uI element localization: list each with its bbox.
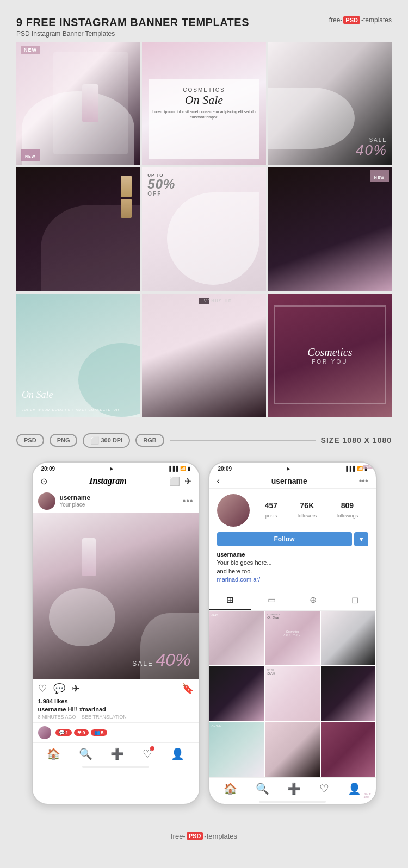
phone2-bio-line3: and here too. xyxy=(217,567,368,576)
banner-7-lorem: LOREM IPSUM DOLOR SIT AMET CONSECTETUR xyxy=(22,408,119,411)
comment-icon[interactable]: 💬 xyxy=(53,683,65,695)
phone1-nav: ⊙ Instagram ⬜ ✈ xyxy=(33,474,199,489)
phone1-nav-icons: ⬜ ✈ xyxy=(169,476,191,486)
phone2-nav-home[interactable]: 🏠 xyxy=(224,782,237,795)
format-size: SIZE 1080 X 1080 xyxy=(321,436,392,445)
follow-dropdown-button[interactable]: ▾ xyxy=(354,532,368,546)
tab-grid[interactable]: ⊞ xyxy=(209,590,251,610)
banner-3-sale-pct: 40% xyxy=(356,143,387,157)
phone1-post-image: SALE 40% xyxy=(33,513,199,679)
footer-suffix: -templates xyxy=(204,832,237,840)
banner-7: On Sale LOREM IPSUM DOLOR SIT AMET CONSE… xyxy=(16,294,140,417)
phone1-home-indicator xyxy=(82,766,149,768)
grid-1-text: NEW xyxy=(209,611,264,619)
banner-1: NEW NEW xyxy=(16,42,140,165)
format-psd: PSD xyxy=(16,434,44,447)
phone1-sale-label: SALE xyxy=(132,660,153,667)
banner-1-new-bottom: NEW xyxy=(25,154,35,158)
phone1-username: username xyxy=(60,494,178,502)
phone2-nav-search[interactable]: 🔍 xyxy=(256,782,269,795)
phone-profile: 20:09 ▶ ▐▐▐ 📶 ▮ ‹ username ••• 457 posts xyxy=(208,461,377,805)
footer-prefix: free- xyxy=(171,832,186,840)
phone1-likes: 1.984 likes xyxy=(33,698,199,706)
phone2-nav-add[interactable]: ➕ xyxy=(287,782,301,795)
phone1-nav-home[interactable]: 🏠 xyxy=(47,747,60,760)
notif-comment-count: 1 xyxy=(66,730,69,735)
stat-posts-num: 457 xyxy=(265,501,277,510)
banner-4 xyxy=(16,167,140,291)
notif-like: ❤ 9 xyxy=(74,729,89,736)
wifi-icon: 📶 xyxy=(180,466,186,471)
phone2-bio-line2: Your bio goes here... xyxy=(217,559,368,567)
phone1-tv-icon[interactable]: ⬜ xyxy=(169,476,180,486)
phone2-more-icon[interactable]: ••• xyxy=(359,476,368,486)
phone1-translate-link[interactable]: SEE TRANSLATION xyxy=(82,714,127,720)
grid-5-text: UP TO50% xyxy=(265,666,320,677)
phone1-sale-pct: 40% xyxy=(156,650,190,670)
phone-post: 20:09 ▶ ▐▐▐ 📶 ▮ ⊙ Instagram ⬜ ✈ username xyxy=(32,461,200,805)
battery-icon: ▮ xyxy=(188,466,190,471)
stat-following-num: 809 xyxy=(337,501,358,510)
phone1-nav-search[interactable]: 🔍 xyxy=(79,747,92,760)
banner-3: SALE 40% xyxy=(268,42,392,165)
banner-9-sub: FOR YOU xyxy=(312,359,348,365)
phone2-avatar xyxy=(217,494,250,527)
notif-follow-icon: 👥 xyxy=(94,730,100,735)
stat-followers: 76K followers xyxy=(298,501,317,520)
tab-tagged[interactable]: ⊕ xyxy=(293,590,335,610)
phone2-location-icon: ▶ xyxy=(287,466,290,471)
phone1-camera-icon[interactable]: ⊙ xyxy=(40,476,47,486)
phone1-nav-heart[interactable]: ♡ xyxy=(143,747,152,760)
banner-2-title: COSMETICS xyxy=(183,87,225,93)
tab-profile-pic[interactable]: ◻ xyxy=(334,590,376,610)
phone1-nav-profile[interactable]: 👤 xyxy=(171,747,184,760)
format-rgb: RGB xyxy=(135,434,164,447)
header-logo: free- PSD -templates xyxy=(329,16,392,24)
phone1-app-title: Instagram xyxy=(89,476,126,486)
stat-posts-label: posts xyxy=(265,513,277,519)
phone2-nav-profile[interactable]: 👤 xyxy=(348,782,361,795)
stat-followers-num: 76K xyxy=(298,501,317,510)
banner-7-onsale: On Sale xyxy=(22,389,53,401)
format-png: PNG xyxy=(50,434,78,447)
phone1-post-actions: ♡ 💬 ✈ 🔖 xyxy=(33,679,199,698)
phone2-home-indicator xyxy=(259,801,325,803)
phone1-nav-add[interactable]: ➕ xyxy=(110,747,124,760)
phone2-bottom-nav: 🏠 🔍 ➕ ♡ 👤 xyxy=(209,777,376,800)
phone1-sale-badge: SALE 40% xyxy=(132,651,190,669)
phone1-more-icon[interactable]: ••• xyxy=(183,496,194,506)
logo-suffix: -templates xyxy=(361,16,392,24)
banner-1-new-tag: NEW xyxy=(21,46,40,54)
banner-2-big: On Sale xyxy=(185,93,223,107)
phone2-status-bar: 20:09 ▶ ▐▐▐ 📶 ▮ xyxy=(209,463,376,474)
phone1-notifications: 💬 1 ❤ 9 👥 5 xyxy=(55,729,107,736)
phone1-post-time: 8 MINUTES AGO SEE TRANSLATION xyxy=(33,714,199,722)
banner-9-content: Cosmetics FOR YOU xyxy=(268,294,392,417)
footer-logo: free- PSD -templates xyxy=(171,832,237,840)
notif-comment-icon: 💬 xyxy=(59,730,65,735)
share-icon[interactable]: ✈ xyxy=(72,683,80,695)
banner-9-text: Cosmetics xyxy=(307,346,352,359)
page-footer: free- PSD -templates xyxy=(16,821,392,846)
phone1-time: 20:09 xyxy=(41,466,55,472)
banner-2-content: COSMETICS On Sale Lorem ipsum dolor sit … xyxy=(142,42,265,165)
phone1-bottom-nav: 🏠 🔍 ➕ ♡ 👤 xyxy=(33,742,199,765)
like-icon[interactable]: ♡ xyxy=(38,683,47,695)
phone1-caption: username Hi!! #marinad xyxy=(33,706,199,714)
phone1-send-icon[interactable]: ✈ xyxy=(184,476,191,486)
banner-8-venus: VENUS HD xyxy=(199,298,209,304)
phone1-post-header: username Your place ••• xyxy=(33,489,199,513)
phone2-grid: NEW COSMETICSOn Sale SALE40% UP TO50% NE… xyxy=(209,611,376,777)
stat-followers-label: followers xyxy=(298,513,317,519)
tab-reels[interactable]: ▭ xyxy=(251,590,293,610)
header-left: 9 FREE INSTAGRAM BANNER TEMPLATES PSD In… xyxy=(16,16,249,38)
phone2-nav-heart[interactable]: ♡ xyxy=(319,782,329,795)
phone2-bio-link[interactable]: marinad.com.ar/ xyxy=(217,576,260,583)
phone2-profile-info: 457 posts 76K followers 809 followings xyxy=(209,489,376,532)
phone2-back-icon[interactable]: ‹ xyxy=(217,476,220,486)
phone1-location: Your place xyxy=(60,502,178,508)
follow-button[interactable]: Follow xyxy=(217,532,352,546)
bookmark-icon[interactable]: 🔖 xyxy=(182,683,194,695)
phone2-stats: 457 posts 76K followers 809 followings xyxy=(255,501,368,520)
format-row: PSD PNG ⬜ 300 DPI RGB SIZE 1080 X 1080 xyxy=(16,433,392,448)
